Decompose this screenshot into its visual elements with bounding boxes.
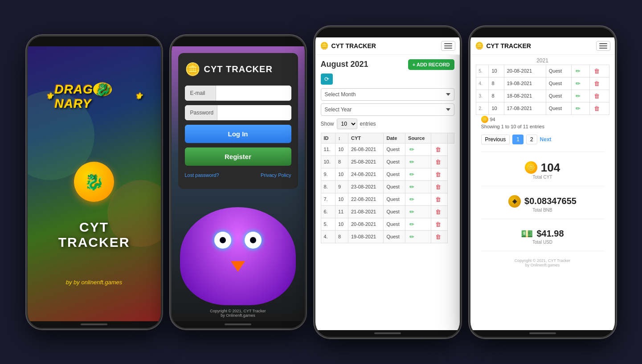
password-input[interactable] — [217, 105, 291, 120]
stats-screen[interactable]: 🪙 CYT TRACKER 2021 5. 10 20-08-2021 Ques… — [470, 37, 615, 330]
prev-page-button[interactable]: Previous — [481, 135, 510, 144]
total-bnb-section: ◈ $0.08347655 Total BNB — [476, 190, 609, 215]
stats-cell-id: 2. — [476, 102, 489, 115]
entries-select[interactable]: 10 — [337, 119, 357, 129]
cell-edit[interactable]: ✏ — [405, 218, 431, 230]
home-indicator — [374, 332, 401, 334]
stats-cell-edit[interactable]: ✏ — [572, 90, 590, 102]
stats-brand-name: CYT TRACKER — [487, 42, 531, 49]
cell-delete[interactable]: 🗑 — [431, 180, 447, 193]
cell-date: 22-08-2021 — [348, 193, 384, 205]
col-edit — [431, 133, 447, 143]
right-eye-icon — [245, 232, 262, 249]
stats-cell-edit[interactable]: ✏ — [572, 65, 590, 77]
delete-button[interactable]: 🗑 — [434, 158, 442, 166]
owl-beak-icon — [231, 261, 245, 272]
cell-delete[interactable]: 🗑 — [431, 218, 447, 230]
stats-cell-cyt: 10 — [489, 65, 504, 77]
email-label: E-mail — [185, 86, 216, 101]
total-bnb-amount: ◈ $0.08347655 — [481, 195, 604, 208]
coin-graphic — [74, 162, 114, 202]
cell-delete[interactable]: 🗑 — [431, 205, 447, 218]
login-button[interactable]: Log In — [185, 125, 291, 143]
add-record-button[interactable]: + ADD RECORD — [408, 59, 454, 70]
delete-button[interactable]: 🗑 — [593, 80, 601, 87]
delete-button[interactable]: 🗑 — [434, 171, 442, 178]
lost-password-link[interactable]: Lost password? — [185, 172, 219, 178]
register-button[interactable]: Register — [185, 147, 291, 166]
tracker-screen[interactable]: 🪙 CYT TRACKER August 2021 + ADD RECORD ⟳… — [315, 37, 460, 330]
cell-edit[interactable]: ✏ — [405, 155, 431, 168]
stats-cell-delete[interactable]: 🗑 — [590, 65, 609, 77]
usd-icon: 💵 — [521, 228, 533, 240]
cell-cyt: 8 — [335, 230, 348, 243]
cell-edit[interactable]: ✏ — [405, 180, 431, 193]
brand-coin-icon: 🪙 — [185, 62, 200, 77]
table-row: 8. 9 23-08-2021 Quest ✏ 🗑 — [321, 180, 454, 193]
cell-edit[interactable]: ✏ — [405, 193, 431, 205]
edit-button[interactable]: ✏ — [408, 171, 416, 178]
cell-cyt: 10 — [335, 143, 348, 155]
edit-button[interactable]: ✏ — [408, 233, 416, 241]
cell-edit[interactable]: ✏ — [405, 205, 431, 218]
cell-source: Quest — [384, 193, 405, 205]
refresh-button[interactable]: ⟳ — [321, 74, 333, 85]
page-1-button[interactable]: 1 — [512, 135, 523, 144]
delete-button[interactable]: 🗑 — [434, 146, 442, 153]
cell-delete[interactable]: 🗑 — [431, 193, 447, 205]
mini-coin-icon: 🪙 — [481, 116, 488, 123]
email-input[interactable] — [216, 86, 291, 101]
stats-menu-button[interactable] — [596, 41, 610, 51]
stats-cell-edit[interactable]: ✏ — [572, 102, 590, 115]
cell-delete[interactable]: 🗑 — [431, 168, 447, 180]
stats-cell-delete[interactable]: 🗑 — [590, 90, 609, 102]
copyright-text: Copyright © 2021, CYT Tracker — [210, 309, 266, 313]
login-screen: 🪙 CYT TRACKER E-mail Password Log In Reg… — [172, 46, 305, 321]
edit-button[interactable]: ✏ — [574, 80, 582, 87]
edit-button[interactable]: ✏ — [408, 158, 416, 166]
page-2-button[interactable]: 2 — [526, 135, 537, 144]
cell-delete[interactable]: 🗑 — [431, 155, 447, 168]
stats-row: 4. 8 19-08-2021 Quest ✏ 🗑 — [476, 77, 609, 90]
credit-text: by Onlinenft.games — [221, 313, 255, 318]
month-title: August 2021 — [321, 60, 368, 69]
edit-button[interactable]: ✏ — [574, 105, 582, 112]
stats-brand-area: 🪙 CYT TRACKER — [475, 41, 531, 50]
edit-button[interactable]: ✏ — [574, 92, 582, 100]
stats-cell-delete[interactable]: 🗑 — [590, 102, 609, 115]
cell-edit[interactable]: ✏ — [405, 230, 431, 243]
phone-tracker: 🪙 CYT TRACKER August 2021 + ADD RECORD ⟳… — [314, 26, 461, 338]
delete-button[interactable]: 🗑 — [593, 105, 601, 112]
delete-button[interactable]: 🗑 — [434, 221, 442, 228]
edit-button[interactable]: ✏ — [574, 67, 582, 75]
edit-button[interactable]: ✏ — [408, 146, 416, 153]
stats-cell-delete[interactable]: 🗑 — [590, 77, 609, 90]
total-usd-label: Total USD — [481, 240, 604, 245]
edit-button[interactable]: ✏ — [408, 208, 416, 216]
month-header: August 2021 + ADD RECORD — [321, 59, 454, 70]
select-month-dropdown[interactable]: Select Month — [321, 88, 454, 101]
cell-delete[interactable]: 🗑 — [431, 230, 447, 243]
delete-button[interactable]: 🗑 — [434, 183, 442, 191]
pagination-area: Previous 1 2 Next — [476, 131, 609, 148]
edit-button[interactable]: ✏ — [408, 221, 416, 228]
delete-button[interactable]: 🗑 — [434, 208, 442, 216]
stats-cell-edit[interactable]: ✏ — [572, 77, 590, 90]
splash-app-title: CYT TRACKER — [45, 220, 143, 250]
edit-button[interactable]: ✏ — [408, 196, 416, 203]
next-page-link[interactable]: Next — [540, 136, 552, 143]
delete-button[interactable]: 🗑 — [593, 92, 601, 100]
privacy-policy-link[interactable]: Privacy Policy — [261, 172, 291, 178]
cell-source: Quest — [384, 155, 405, 168]
delete-button[interactable]: 🗑 — [593, 67, 601, 75]
cell-delete[interactable]: 🗑 — [431, 143, 447, 155]
cell-edit[interactable]: ✏ — [405, 168, 431, 180]
select-year-dropdown[interactable]: Select Year — [321, 103, 454, 116]
col-sort[interactable]: ↕ — [335, 133, 348, 143]
cell-date: 24-08-2021 — [348, 168, 384, 180]
delete-button[interactable]: 🗑 — [434, 233, 442, 241]
menu-button[interactable] — [441, 41, 455, 51]
cell-edit[interactable]: ✏ — [405, 143, 431, 155]
delete-button[interactable]: 🗑 — [434, 196, 442, 203]
edit-button[interactable]: ✏ — [408, 183, 416, 191]
